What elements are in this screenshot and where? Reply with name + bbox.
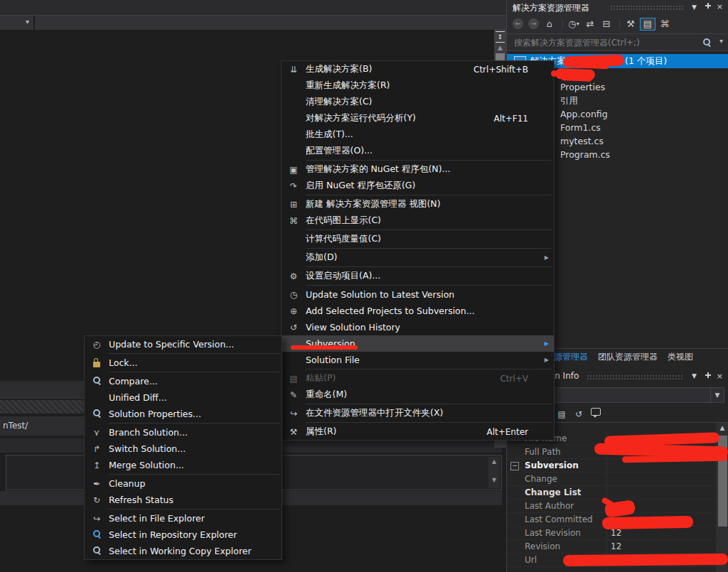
menu-item-label: 生成解决方案(B): [306, 63, 372, 75]
tree-item[interactable]: Properties: [560, 82, 724, 95]
menu-item-update-to-specific-version[interactable]: ◴Update to Specific Version...: [85, 336, 282, 352]
background-path-text: nTest/: [3, 421, 28, 431]
menu-item-enable-nuget-package-restore[interactable]: ↷启用 NuGet 程序包还原(G): [282, 178, 554, 194]
menu-item-batch-build[interactable]: 批生成(T)...: [282, 126, 554, 143]
menu-item-solution-file[interactable]: Solution File▶: [282, 352, 554, 368]
nuget-restore-icon: ↷: [282, 181, 306, 191]
solution-properties-icon: [85, 409, 109, 419]
sync-with-active-document-icon[interactable]: ⇄: [583, 18, 597, 31]
menu-item-select-in-repository-explorer[interactable]: Select in Repository Explorer: [85, 527, 282, 543]
menu-item-new-solution-explorer-view[interactable]: ⊞新建 解决方案资源管理器 视图(N): [282, 196, 554, 212]
back-icon[interactable]: ←: [513, 18, 523, 29]
close-icon[interactable]: ×: [717, 2, 723, 12]
search-placeholder: 搜索解决方案资源管理器(Ctrl+;): [514, 37, 640, 49]
menu-item-calculate-code-metrics[interactable]: 计算代码度量值(C): [282, 231, 554, 247]
grid-row-revision[interactable]: Revision12: [507, 540, 715, 554]
menu-item-label: Merge Solution...: [109, 460, 184, 470]
scroll-up-icon[interactable]: ▲: [488, 458, 500, 465]
nuget-icon: ▣: [282, 165, 306, 175]
splitter-handle-icon[interactable]: ↕: [496, 31, 505, 43]
home-icon[interactable]: ⌂: [542, 18, 557, 31]
menu-item-manage-nuget-packages[interactable]: ▣管理解决方案的 NuGet 程序包(N)...: [282, 161, 554, 178]
log-icon[interactable]: ▤: [556, 409, 567, 420]
menu-item-merge-solution[interactable]: ↥Merge Solution...: [85, 457, 282, 473]
menu-item-solution-properties[interactable]: Solution Properties...: [85, 406, 282, 422]
show-all-files-icon[interactable]: ▤: [640, 18, 655, 31]
lock-icon: [93, 362, 100, 367]
menu-item-switch-solution[interactable]: ↱Switch Solution...: [85, 441, 282, 457]
editor-top-strip: [0, 0, 506, 15]
menu-item-rebuild-solution[interactable]: 重新生成解决方案(R): [282, 77, 554, 94]
comment-icon[interactable]: [590, 409, 601, 420]
submenu-arrow-icon: ▶: [545, 357, 549, 363]
grid-scrollbar[interactable]: ▲: [716, 423, 728, 572]
menu-item-add[interactable]: 添加(D)▶: [282, 249, 554, 266]
pin-icon[interactable]: [705, 372, 711, 383]
menu-item-properties[interactable]: ⚒属性(R)Alt+Enter: [282, 423, 554, 440]
pending-changes-filter-icon[interactable]: ◷▾: [567, 18, 581, 31]
grid-row-label: Url: [525, 555, 537, 565]
tab-class-view[interactable]: 类视图: [668, 351, 693, 363]
menu-item-view-solution-history[interactable]: ↺View Solution History: [282, 319, 554, 335]
menu-item-lock[interactable]: Lock...: [85, 355, 282, 371]
menu-item-label: Cleanup: [109, 478, 145, 489]
menu-item-label: 重新生成解决方案(R): [306, 80, 390, 92]
textarea-scrollbar[interactable]: ▲ ▼: [488, 457, 500, 488]
menu-item-label: Switch Solution...: [109, 443, 186, 454]
forward-icon[interactable]: →: [528, 18, 539, 29]
menu-item-shortcut: Alt+Enter: [486, 427, 547, 437]
tree-item[interactable]: 引用: [560, 95, 724, 109]
menu-item-select-in-file-explorer[interactable]: ↪Select in File Explorer: [85, 510, 282, 527]
menu-item-unified-diff[interactable]: Unified Diff...: [85, 389, 282, 406]
menu-item-label: 粘贴(P): [306, 372, 336, 384]
scroll-up-icon[interactable]: ▲: [716, 424, 728, 431]
navigation-dropdown[interactable]: ▾: [0, 16, 35, 30]
properties-wrench-icon[interactable]: ⚒: [623, 18, 638, 31]
update-clock-icon: ◷: [282, 290, 306, 300]
menu-item-branch-solution[interactable]: ⋎Branch Solution...: [85, 424, 282, 441]
grid-row-change-list[interactable]: Change List: [507, 486, 715, 500]
menu-item-update-solution-to-latest-version[interactable]: ◷Update Solution to Latest Version: [282, 286, 554, 303]
close-icon[interactable]: ×: [717, 372, 723, 382]
menu-item-set-startup-projects[interactable]: ⚙设置启动项目(A)...: [282, 268, 554, 284]
collapse-all-icon[interactable]: ⊟: [599, 18, 614, 31]
menu-item-cleanup[interactable]: ✒Cleanup: [85, 475, 282, 492]
menu-item-compare[interactable]: Compare...: [85, 373, 282, 389]
grid-row-value: 12: [611, 528, 621, 538]
tree-item[interactable]: Form1.cs: [560, 122, 724, 136]
scroll-down-icon[interactable]: ▼: [488, 477, 500, 483]
grid-row-change[interactable]: Change: [507, 473, 715, 486]
menu-item-open-folder-in-file-explorer[interactable]: ↪在文件资源管理器中打开文件夹(X): [282, 405, 554, 421]
menu-item-select-in-working-copy-explorer[interactable]: Select in Working Copy Explorer: [85, 543, 282, 559]
menu-item-build-solution[interactable]: ⇊生成解决方案(B)Ctrl+Shift+B: [282, 61, 554, 77]
search-box[interactable]: 搜索解决方案资源管理器(Ctrl+;) ▾: [507, 34, 728, 51]
window-position-icon[interactable]: ▼: [692, 2, 697, 12]
code-map-icon[interactable]: ⌘: [658, 18, 672, 31]
tree-item[interactable]: mytest.cs: [560, 136, 724, 149]
history-icon[interactable]: ↺: [573, 409, 584, 420]
menu-item-configuration-manager[interactable]: 配置管理器(O)...: [282, 143, 554, 159]
menu-item-rename[interactable]: ✎重命名(M): [282, 387, 554, 403]
solution-explorer-titlebar[interactable]: 解决方案资源管理器 ▼ ×: [507, 0, 728, 14]
scroll-up-icon[interactable]: ▲: [494, 44, 506, 51]
chevron-down-icon[interactable]: ▾: [719, 37, 723, 45]
menu-item-run-code-analysis-on-solution[interactable]: 对解决方案运行代码分析(Y)Alt+F11: [282, 110, 554, 126]
collapse-expander-icon[interactable]: −: [510, 462, 519, 470]
menu-item-label: Refresh Status: [109, 495, 173, 505]
search-icon[interactable]: [703, 38, 711, 46]
submenu-arrow-icon: ▶: [545, 254, 549, 261]
repository-explorer-icon: [85, 530, 109, 540]
menu-item-clean-solution[interactable]: 清理解决方案(C): [282, 94, 554, 110]
menu-item-label: Select in Working Copy Explorer: [109, 546, 252, 556]
menu-item-show-on-code-map[interactable]: ⌘在代码图上显示(C): [282, 212, 554, 229]
branch-icon: ⋎: [85, 428, 109, 438]
menu-item-refresh-status[interactable]: ↻Refresh Status: [85, 492, 282, 508]
solution-properties-icon: [93, 409, 101, 417]
menu-item-add-selected-projects-to-subversion[interactable]: ⊕Add Selected Projects to Subversion...: [282, 303, 554, 319]
build-icon: ⇊: [282, 65, 306, 75]
tree-item[interactable]: App.config: [560, 109, 724, 122]
pin-icon[interactable]: [705, 3, 711, 14]
window-position-icon[interactable]: ▼: [692, 371, 697, 381]
tab-team-explorer[interactable]: 团队资源管理器: [598, 351, 658, 363]
tree-item[interactable]: Program.cs: [560, 149, 724, 163]
